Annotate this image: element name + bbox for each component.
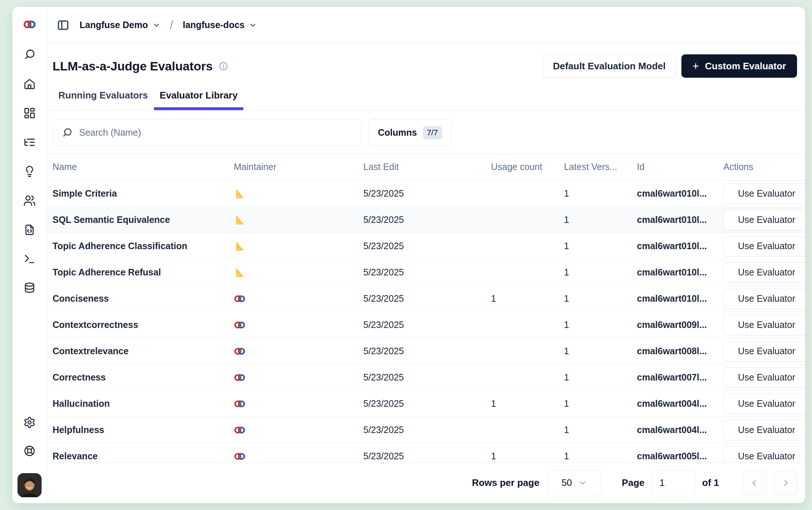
last-edit-date: 5/23/2025 (363, 451, 491, 461)
evaluator-name: Simple Criteria (53, 188, 234, 199)
sidebar-toggle-button[interactable] (57, 19, 69, 31)
latest-version: 1 (564, 451, 637, 461)
table-row[interactable]: Contextrelevance 5/23/2025 1 cmal6wart00… (47, 338, 805, 364)
usage-count: 1 (491, 293, 564, 304)
latest-version: 1 (564, 346, 637, 356)
evaluator-name: Hallucination (53, 398, 234, 409)
table-row[interactable]: Topic Adherence Refusal 5/23/2025 1 cmal… (47, 259, 805, 286)
use-evaluator-button[interactable]: Use Evaluator (723, 367, 805, 388)
langfuse-knot-icon (23, 19, 36, 30)
maintainer-cell (234, 399, 363, 409)
usage-count: 1 (491, 451, 564, 461)
lightbulb-icon (23, 165, 36, 178)
home-icon (23, 78, 36, 90)
sidebar-item-settings[interactable] (23, 416, 36, 429)
sidebar-item-evaluation[interactable] (23, 165, 36, 178)
database-icon (23, 282, 36, 294)
last-edit-date: 5/23/2025 (363, 346, 491, 356)
table-row[interactable]: SQL Semantic Equivalence 5/23/2025 1 cma… (47, 207, 805, 233)
next-page-button[interactable] (774, 471, 798, 495)
table-row[interactable]: Topic Adherence Classification 5/23/2025… (47, 233, 805, 259)
table-toolbar: Columns 7/7 (47, 110, 805, 153)
column-header-last-edit: Last Edit (363, 162, 491, 172)
sidebar-item-support[interactable] (23, 445, 36, 457)
use-evaluator-button[interactable]: Use Evaluator (723, 394, 805, 414)
plus-icon: + (692, 60, 699, 72)
evaluator-id: cmal6wart004l... (637, 425, 723, 435)
columns-button[interactable]: Columns 7/7 (369, 119, 451, 146)
sidebar-item-users[interactable] (23, 194, 36, 207)
search-box (53, 119, 361, 146)
table-body: Simple Criteria 5/23/2025 1 cmal6wart010… (47, 181, 805, 462)
ragas-triangular-ruler-icon (234, 241, 245, 252)
sidebar-item-dashboards[interactable] (23, 107, 36, 119)
langfuse-logo[interactable] (23, 19, 36, 32)
org-switcher[interactable]: Langfuse Demo (80, 20, 161, 30)
evaluator-id: cmal6wart010l... (637, 267, 723, 278)
column-header-usage-count: Usage count (491, 162, 564, 172)
project-switcher[interactable]: langfuse-docs (183, 20, 257, 30)
table-row[interactable]: Conciseness 5/23/2025 1 1 cmal6wart010l.… (47, 286, 805, 312)
trace-tree-icon (23, 136, 36, 148)
desktop-background: Langfuse Demo / langfuse-docs LLM-as-a-J… (0, 0, 812, 510)
chevron-down-icon (249, 21, 257, 29)
ragas-triangular-ruler-icon (234, 188, 245, 199)
use-evaluator-button[interactable]: Use Evaluator (723, 446, 805, 463)
ragas-triangular-ruler-icon (234, 215, 245, 225)
rows-per-page-label: Rows per page (472, 477, 540, 488)
sidebar-item-search[interactable] (23, 49, 36, 61)
evaluators-table: Name Maintainer Last Edit Usage count La… (47, 153, 805, 462)
previous-page-button[interactable] (742, 471, 766, 495)
use-evaluator-button[interactable]: Use Evaluator (723, 315, 805, 335)
latest-version: 1 (564, 372, 637, 383)
evaluator-id: cmal6wart007l... (637, 372, 723, 383)
sidebar-item-tracing[interactable] (23, 136, 36, 148)
info-icon[interactable] (219, 61, 228, 71)
table-row[interactable]: Contextcorrectness 5/23/2025 1 cmal6wart… (47, 312, 805, 338)
use-evaluator-button[interactable]: Use Evaluator (723, 262, 805, 283)
sidebar-item-prompts[interactable] (23, 224, 36, 236)
use-evaluator-button[interactable]: Use Evaluator (723, 289, 805, 309)
sidebar-item-playground[interactable] (23, 253, 36, 265)
maintainer-cell (234, 294, 363, 304)
user-avatar[interactable] (18, 473, 42, 497)
latest-version: 1 (564, 398, 637, 409)
sidebar-item-home[interactable] (23, 78, 36, 90)
panel-left-icon (57, 19, 69, 31)
table-row[interactable]: Relevance 5/23/2025 1 1 cmal6wart005l...… (47, 443, 805, 462)
app-window: Langfuse Demo / langfuse-docs LLM-as-a-J… (12, 7, 805, 503)
latest-version: 1 (564, 320, 637, 330)
default-evaluation-model-button[interactable]: Default Evaluation Model (542, 54, 676, 78)
chevron-down-icon (578, 478, 587, 488)
org-name: Langfuse Demo (80, 20, 148, 30)
maintainer-cell (234, 241, 363, 252)
evaluator-name: Contextcorrectness (53, 320, 234, 330)
ragas-triangular-ruler-icon (234, 267, 245, 278)
table-row[interactable]: Helpfulness 5/23/2025 1 cmal6wart004l...… (47, 417, 805, 443)
evaluator-id: cmal6wart010l... (637, 293, 723, 304)
search-icon (62, 127, 73, 138)
table-row[interactable]: Correctness 5/23/2025 1 cmal6wart007l...… (47, 364, 805, 391)
maintainer-cell (234, 215, 363, 225)
use-evaluator-button[interactable]: Use Evaluator (723, 341, 805, 362)
use-evaluator-button[interactable]: Use Evaluator (723, 210, 805, 230)
table-row[interactable]: Simple Criteria 5/23/2025 1 cmal6wart010… (47, 181, 805, 207)
table-row[interactable]: Hallucination 5/23/2025 1 1 cmal6wart004… (47, 391, 805, 417)
use-evaluator-button[interactable]: Use Evaluator (723, 236, 805, 256)
column-header-id: Id (637, 162, 723, 172)
last-edit-date: 5/23/2025 (363, 372, 491, 383)
custom-evaluator-button[interactable]: + Custom Evaluator (681, 54, 797, 78)
tab-running-evaluators[interactable]: Running Evaluators (53, 90, 154, 110)
last-edit-date: 5/23/2025 (363, 267, 491, 278)
rows-per-page-select[interactable]: 50 (548, 470, 602, 496)
use-evaluator-button[interactable]: Use Evaluator (723, 183, 805, 204)
sidebar-item-datasets[interactable] (23, 282, 36, 294)
last-edit-date: 5/23/2025 (363, 241, 491, 251)
page-number-input[interactable] (651, 470, 695, 496)
tab-evaluator-library[interactable]: Evaluator Library (154, 90, 244, 110)
last-edit-date: 5/23/2025 (363, 425, 491, 435)
search-input[interactable] (79, 127, 353, 138)
use-evaluator-button[interactable]: Use Evaluator (723, 420, 805, 440)
langfuse-knot-icon (234, 294, 245, 304)
evaluator-name: Relevance (53, 451, 234, 461)
